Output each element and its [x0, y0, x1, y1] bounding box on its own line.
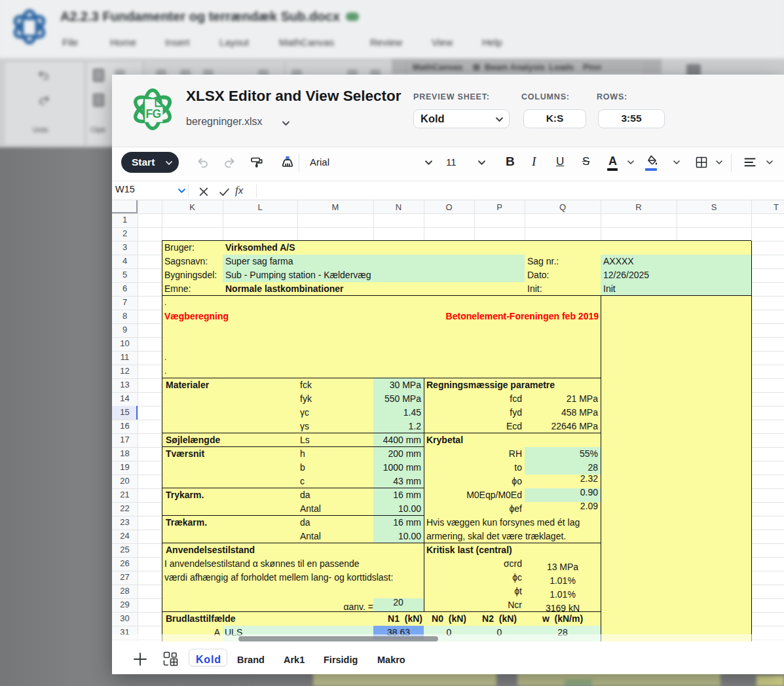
svg-text:FG: FG	[145, 107, 160, 120]
